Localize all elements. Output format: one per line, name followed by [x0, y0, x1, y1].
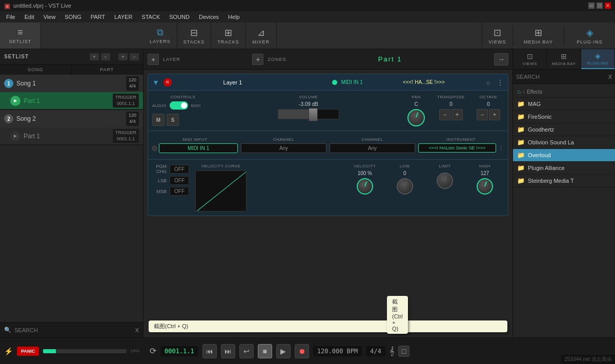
midi-input-value[interactable]: MIDI IN 1	[159, 143, 238, 153]
midi-input-field: MIDI INPUT MIDI IN 1	[152, 137, 238, 153]
transpose-plus-button[interactable]: +	[452, 109, 463, 120]
setlist-clear-button[interactable]: X	[135, 327, 139, 333]
tree-item-steinberg[interactable]: 📁 Steinberg Media T	[513, 175, 615, 187]
part-play-button-2-1[interactable]: ▶	[10, 131, 20, 141]
menu-stack[interactable]: STACK	[137, 13, 164, 21]
loop-button[interactable]: ↩	[239, 344, 254, 358]
song-item-2: 2 Song 2 120 4/4 ▶ Part 1 TRIGGER 0001.1…	[0, 110, 143, 145]
tree-item-overloud[interactable]: 📁 Overloud	[513, 149, 615, 162]
instrument-value[interactable]: <<<! HALion Sonic SE !>>>	[418, 143, 496, 153]
audio-midi-toggle[interactable]	[170, 101, 188, 110]
toolbar-tracks[interactable]: ⊞ TRACKS	[211, 23, 246, 49]
right-media-icon: ⊞	[561, 52, 567, 60]
instrument-menu-icon[interactable]: ⋮	[498, 145, 504, 152]
song-row-2[interactable]: 2 Song 2 120 4/4	[0, 110, 143, 127]
stacks-label: STACKS	[183, 39, 204, 45]
menu-devices[interactable]: Devices	[195, 13, 223, 21]
toolbar-stacks[interactable]: ⊟ STACKS	[177, 23, 211, 49]
toolbar-plugins[interactable]: ◈ PLUG-INS	[564, 25, 615, 47]
menu-layer[interactable]: LAYER	[110, 13, 136, 21]
setlist-search-input[interactable]	[14, 327, 132, 333]
transport-bpm[interactable]: 120.000 BPM	[313, 346, 362, 356]
tree-item-firesonic[interactable]: 📁 FireSonic	[513, 111, 615, 123]
lsb-value[interactable]: OFF	[170, 176, 189, 185]
tree-item-oblivion[interactable]: 📁 Oblivion Sound La	[513, 136, 615, 149]
octave-minus-button[interactable]: −	[477, 109, 488, 120]
solo-button[interactable]: S	[167, 114, 179, 126]
right-media-section[interactable]: ⊞ MEDIA BAY	[547, 49, 581, 69]
tree-item-mag[interactable]: 📁 MAG	[513, 98, 615, 111]
pgm-chg-value[interactable]: OFF	[170, 165, 189, 174]
menu-song[interactable]: SONG	[60, 13, 85, 21]
toolbar-setlist[interactable]: ≡ SETLIST	[0, 23, 41, 49]
add-song-button[interactable]: +	[90, 53, 99, 60]
channel-value[interactable]: Any	[241, 143, 326, 153]
transpose-minus-button[interactable]: −	[439, 109, 450, 120]
remove-song-button[interactable]: −	[101, 53, 110, 60]
setlist-title: SETLIST	[4, 54, 29, 59]
channel2-value[interactable]: Any	[330, 143, 415, 153]
goto-start-button[interactable]: ⏮	[202, 344, 217, 358]
high-knob[interactable]	[477, 178, 493, 195]
stop-button[interactable]: ■	[258, 344, 272, 358]
record-button[interactable]: ⏺	[295, 344, 309, 358]
volume-fader[interactable]	[278, 109, 339, 119]
transport-position[interactable]: 0001.1.1	[160, 346, 198, 356]
tree-item-goodhertz[interactable]: 📁 Goodhertz	[513, 123, 615, 136]
pan-knob[interactable]	[407, 109, 425, 126]
velocity-curve-svg	[196, 171, 247, 211]
toolbar-media-bay[interactable]: ⊞ MEDIA BAY	[512, 25, 564, 47]
right-views-section[interactable]: ⊡ VIEWS	[513, 49, 547, 69]
add-layer-button[interactable]: +	[148, 54, 159, 65]
remove-part-button[interactable]: −	[130, 53, 139, 60]
octave-plus-button[interactable]: +	[489, 109, 500, 120]
controls-row-1: CONTROLS AUDIO MIDI M S	[152, 95, 504, 126]
titlebar-controls[interactable]: ─ □ ✕	[588, 3, 611, 9]
minimize-button[interactable]: ─	[588, 3, 594, 9]
toolbar-layers[interactable]: ⧉ LAYERS	[144, 23, 177, 49]
song-time-2: 120 4/4	[126, 112, 139, 125]
part-row-2-1[interactable]: ▶ Part 1 TRIGGER 0001.1.1	[0, 127, 143, 145]
tree-home-icon[interactable]: ⌂	[517, 88, 521, 95]
menu-help[interactable]: Help	[224, 13, 244, 21]
effects-tree: ⌂ › Effects 📁 MAG 📁 FireSonic 📁 Goodhert…	[513, 84, 615, 337]
right-search-clear[interactable]: X	[608, 74, 612, 80]
menu-sound[interactable]: SOUND	[165, 13, 194, 21]
song-row-1[interactable]: 1 Song 1 120 4/4	[0, 75, 143, 92]
transport-meter[interactable]: 4/4	[366, 346, 385, 356]
nav-arrow-button[interactable]: →	[494, 53, 508, 66]
add-zone-button[interactable]: +	[252, 54, 263, 65]
part-play-button-1-1[interactable]: ▶	[10, 96, 20, 106]
menu-file[interactable]: File	[2, 13, 19, 21]
right-search-input[interactable]	[516, 74, 606, 80]
folder-icon-steinberg: 📁	[517, 177, 525, 184]
clip-button[interactable]: □	[398, 346, 409, 357]
tree-item-plugin-alliance[interactable]: 📁 Plugin Alliance	[513, 162, 615, 175]
part-row-1-1[interactable]: ▶ Part 1 TRIGGER 0001.1.1	[0, 92, 143, 110]
layer-rec-button[interactable]: R	[163, 78, 172, 87]
msb-value[interactable]: OFF	[170, 187, 189, 196]
right-plugins-section[interactable]: ◈ PLUG-INS	[581, 49, 615, 69]
low-knob[interactable]	[397, 178, 413, 195]
transport-bar: ⟳ 0001.1.1 ⏮ ⏭ ↩ ■ ▶ ⏺ 120.000 BPM 4/4 𝄞…	[144, 337, 512, 364]
goto-end-button[interactable]: ⏭	[221, 344, 235, 358]
menu-edit[interactable]: Edit	[20, 13, 38, 21]
play-button[interactable]: ▶	[276, 344, 291, 358]
close-button[interactable]: ✕	[605, 3, 611, 9]
menu-part[interactable]: PART	[87, 13, 109, 21]
mute-button[interactable]: M	[152, 114, 165, 126]
level-meter-icon: ⟥	[487, 79, 490, 85]
layer-menu-button[interactable]: ⋮	[497, 78, 504, 87]
center-panel: + LAYER + ZONES Part 1 → ▼ R Layer 1	[144, 49, 512, 337]
menu-view[interactable]: View	[39, 13, 60, 21]
part-name-2-1: Part 1	[24, 133, 110, 140]
right-panel: ⊡ VIEWS ⊞ MEDIA BAY ◈ PLUG-INS X ⌂ › Eff…	[512, 49, 615, 337]
layer-toggle[interactable]: ▼	[152, 78, 159, 87]
panic-button[interactable]: PANIC	[17, 347, 39, 356]
limit-knob[interactable]	[437, 173, 453, 189]
toolbar-views[interactable]: ⊡ VIEWS	[482, 23, 512, 49]
maximize-button[interactable]: □	[597, 3, 603, 9]
toolbar-mixer[interactable]: ⊿ MIXER	[246, 23, 277, 49]
add-part-button[interactable]: +	[118, 53, 128, 60]
velocity-knob[interactable]	[357, 178, 373, 195]
